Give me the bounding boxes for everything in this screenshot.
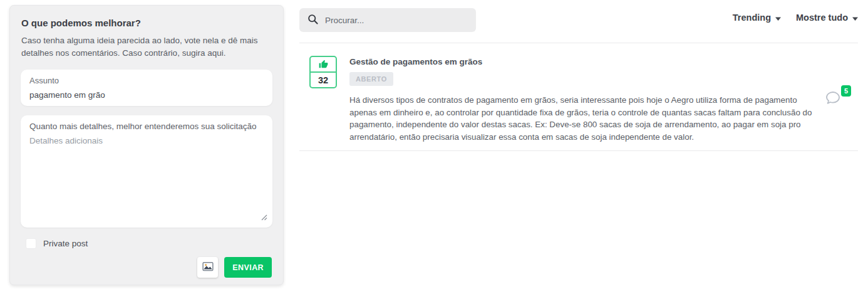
- panel-title: O que podemos melhorar?: [21, 18, 272, 28]
- search-icon: [307, 14, 318, 27]
- search-box[interactable]: [299, 8, 476, 32]
- submit-button[interactable]: ENVIAR: [224, 257, 272, 278]
- posts-column: Trending Mostre tudo 32: [299, 0, 863, 299]
- post-body: Gestão de pagamentos em grãos ABERTO Há …: [349, 56, 858, 143]
- search-input[interactable]: [324, 15, 468, 26]
- panel-description: Caso tenha alguma ideia parecida ao lado…: [21, 34, 271, 60]
- subject-label: Assunto: [29, 76, 264, 85]
- filter-dropdown-label: Mostre tudo: [796, 13, 848, 23]
- post-title[interactable]: Gestão de pagamentos em grãos: [349, 57, 858, 66]
- thumbs-up-icon: [311, 57, 336, 73]
- resize-grip-icon[interactable]: [261, 212, 267, 223]
- caret-down-icon: [852, 13, 858, 23]
- filter-dropdown[interactable]: Mostre tudo: [796, 13, 858, 23]
- private-post-checkbox[interactable]: [26, 238, 36, 249]
- form-actions: ENVIAR: [21, 257, 272, 278]
- suggestion-panel: O que podemos melhorar? Caso tenha algum…: [9, 5, 284, 285]
- sort-dropdown-label: Trending: [733, 13, 771, 23]
- private-post-label: Private post: [43, 239, 88, 248]
- status-badge: ABERTO: [349, 72, 393, 86]
- details-textarea[interactable]: [29, 136, 264, 215]
- private-post-row: Private post: [26, 238, 272, 249]
- feedback-board: O que podemos melhorar? Caso tenha algum…: [0, 0, 868, 299]
- sort-controls: Trending Mostre tudo: [733, 13, 858, 23]
- subject-input[interactable]: [29, 90, 264, 100]
- caret-down-icon: [775, 13, 781, 23]
- details-label: Quanto mais detalhes, melhor entenderemo…: [29, 122, 264, 131]
- post-description: Há diversos tipos de contratos de pagame…: [349, 94, 819, 143]
- comments-indicator[interactable]: 5: [824, 90, 842, 107]
- subject-field-card: Assunto: [21, 70, 272, 106]
- post-item: 32 Gestão de pagamentos em grãos ABERTO …: [309, 56, 858, 150]
- comment-icon: [824, 98, 842, 108]
- attach-image-button[interactable]: [197, 257, 218, 278]
- image-icon: [202, 261, 214, 273]
- comment-count-badge: 5: [841, 85, 851, 97]
- divider: [299, 150, 858, 151]
- divider: [299, 43, 858, 43]
- details-field-card: Quanto mais detalhes, melhor entenderemo…: [21, 115, 272, 228]
- upvote-button[interactable]: 32: [309, 56, 337, 88]
- vote-count: 32: [311, 73, 336, 87]
- sort-dropdown[interactable]: Trending: [733, 13, 781, 23]
